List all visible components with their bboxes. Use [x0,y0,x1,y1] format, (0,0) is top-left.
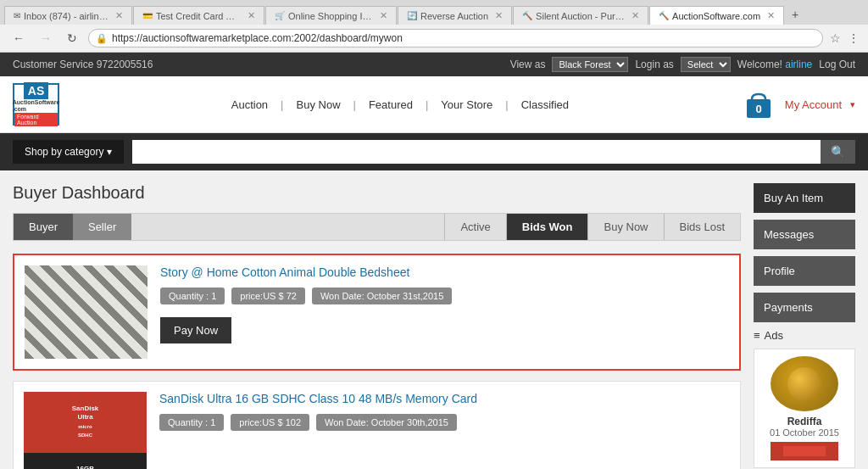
search-input[interactable] [132,140,821,164]
ads-card: Rediffa 01 October 2015 [754,349,855,468]
tab-label-6: AuctionSoftware.com [672,11,760,21]
tab-bids-won[interactable]: Bids Won [506,214,588,240]
cart-area: 0 My Account ▾ [741,84,855,125]
login-as-select[interactable]: Select [681,57,731,72]
tab-close-4[interactable]: ✕ [495,10,503,21]
browser-tab-1[interactable]: ✉ Inbox (874) - airlinenathi... ✕ [4,6,132,25]
tab-seller[interactable]: Seller [73,214,131,240]
username: airline [785,59,812,70]
ads-label: ≡ Ads [754,329,855,342]
tab-favicon-4: 🔄 [407,11,417,20]
customer-service-phone: 9722005516 [97,59,153,70]
welcome-text: Welcome! airline [737,59,812,70]
logo-area: AS AuctionSoftware.com Forward Auction [13,83,59,126]
browser-tab-2[interactable]: 💳 Test Credit Card Accou... ✕ [133,6,264,25]
shop-category-button[interactable]: Shop by category ▾ [13,140,124,164]
settings-icon[interactable]: ⋮ [848,31,860,45]
my-account-button[interactable]: My Account [785,98,842,111]
nav-classified[interactable]: Classified [521,98,569,111]
right-panel: Buy An Item Messages Profile Payments ≡ … [754,183,855,469]
ads-text: Ads [765,329,783,342]
tab-buyer[interactable]: Buyer [14,214,73,240]
lock-icon: 🔒 [96,33,108,44]
top-bar: Customer Service 9722005516 View as Blac… [0,53,868,76]
main-content: Buyer Dashboard Buyer Seller Active Bids… [0,170,868,469]
tab-label-4: Reverse Auction [420,11,488,21]
customer-service: Customer Service 9722005516 [13,59,153,70]
profile-button[interactable]: Profile [754,256,855,286]
tab-bids-lost[interactable]: Bids Lost [664,214,740,240]
account-dropdown-icon[interactable]: ▾ [850,99,855,110]
browser-tab-3[interactable]: 🛒 Online Shopping India ... ✕ [265,6,397,25]
back-button[interactable]: ← [8,30,29,47]
browser-toolbar: ← → ↻ 🔒 https://auctionsoftwaremarketpla… [0,25,868,52]
product-info-2: SanDisk Ultra 16 GB SDHC Class 10 48 MB/… [159,392,730,439]
won-date-badge-1: Won Date: October 31st,2015 [312,288,452,304]
cart-svg: 0 [745,89,772,120]
page-title: Buyer Dashboard [13,183,741,203]
brand-name-logo: AuctionSoftware.com [13,99,60,112]
pay-now-button-1[interactable]: Pay Now [160,317,231,343]
tab-close-6[interactable]: ✕ [767,10,775,21]
tab-label-2: Test Credit Card Accou... [156,11,241,21]
tab-favicon-1: ✉ [14,11,20,20]
tab-close-5[interactable]: ✕ [632,10,639,21]
view-as-select[interactable]: Black Forest [552,57,628,72]
nav-auction[interactable]: Auction [231,98,268,111]
messages-button[interactable]: Messages [754,220,855,249]
bookmark-icon[interactable]: ☆ [830,31,841,45]
logo-icon: AS [24,82,48,99]
product-title-2[interactable]: SanDisk Ultra 16 GB SDHC Class 10 48 MB/… [159,392,730,405]
left-panel: Buyer Dashboard Buyer Seller Active Bids… [13,183,741,469]
nav-buy-now[interactable]: Buy Now [297,98,341,111]
customer-service-label: Customer Service [13,59,93,70]
main-nav: Auction| Buy Now| Featured| Your Store| … [231,98,569,111]
browser-tab-6[interactable]: 🔨 AuctionSoftware.com ✕ [649,6,784,25]
new-tab-button[interactable]: + [785,4,805,25]
tab-label-5: Silent Auction - Purchase Hi... [536,11,625,21]
logout-link[interactable]: Log Out [819,59,855,70]
nav-your-store[interactable]: Your Store [441,98,492,111]
search-input-wrap: 🔍 [132,140,855,164]
tab-favicon-5: 🔨 [522,11,532,20]
price-badge-1: price:US $ 72 [231,288,305,304]
product-info-1: Story @ Home Cotton Animal Double Bedshe… [160,265,729,343]
toolbar-right: ☆ ⋮ [830,31,860,45]
shop-category-label: Shop by category [25,146,103,158]
site-header: AS AuctionSoftware.com Forward Auction A… [0,76,868,133]
tab-buy-now[interactable]: Buy Now [587,214,663,240]
nav-featured[interactable]: Featured [369,98,413,111]
address-bar[interactable]: 🔒 https://auctionsoftwaremarketplace.com… [88,29,823,47]
tab-favicon-2: 💳 [142,11,153,20]
tab-label-1: Inbox (874) - airlinenathi... [24,11,108,21]
payments-button[interactable]: Payments [754,293,855,322]
product-image-1 [25,265,147,359]
tab-close-1[interactable]: ✕ [115,10,123,21]
tab-close-2[interactable]: ✕ [248,10,255,21]
ads-item-name: Rediffa [761,416,848,427]
tab-favicon-6: 🔨 [659,11,669,20]
cart-button[interactable]: 0 [741,84,776,125]
tabs-bar: Buyer Seller Active Bids Won Buy Now Bid… [13,213,741,241]
browser-tabs: ✉ Inbox (874) - airlinenathi... ✕ 💳 Test… [0,0,868,25]
quantity-badge-1: Quantity : 1 [160,288,225,304]
tab-active[interactable]: Active [444,214,505,240]
product-title-1[interactable]: Story @ Home Cotton Animal Double Bedshe… [160,265,729,279]
tab-right: Active Bids Won Buy Now Bids Lost [444,214,740,240]
ads-product-image [771,442,838,461]
product-card-2: SanDiskUltra microSDHC 16GB SanDisk Ultr… [13,381,741,469]
top-bar-right: View as Black Forest Login as Select Wel… [510,57,855,72]
browser-tab-4[interactable]: 🔄 Reverse Auction ✕ [398,6,512,25]
browser-chrome: ✉ Inbox (874) - airlinenathi... ✕ 💳 Test… [0,0,868,53]
search-submit-button[interactable]: 🔍 [821,140,855,164]
browser-tab-5[interactable]: 🔨 Silent Auction - Purchase Hi... ✕ [513,6,648,25]
refresh-button[interactable]: ↻ [63,30,81,47]
quantity-badge-2: Quantity : 1 [159,414,224,431]
forward-auction-badge: Forward Auction [14,113,58,126]
tab-close-3[interactable]: ✕ [380,10,387,21]
url-text: https://auctionsoftwaremarketplace.com:2… [112,32,403,44]
login-as-label: Login as [635,59,673,70]
product-image-2: SanDiskUltra microSDHC 16GB [24,392,147,469]
buy-an-item-button[interactable]: Buy An Item [754,183,855,213]
forward-button[interactable]: → [36,30,56,47]
